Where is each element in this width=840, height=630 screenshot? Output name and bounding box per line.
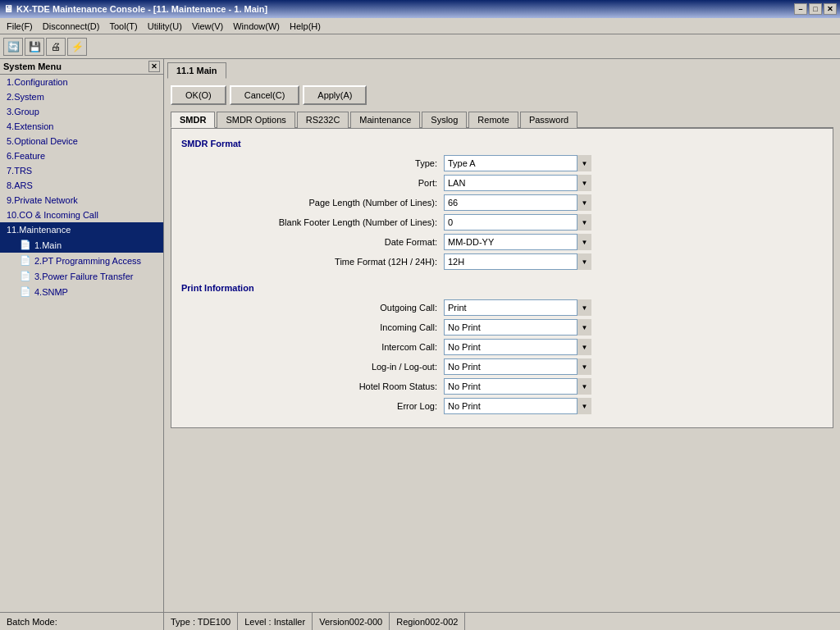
- menu-item-disconnectd[interactable]: Disconnect(D): [38, 20, 105, 33]
- date-format-row: Date Format: MM-DD-YYDD-MM-YYYY-MM-DD ▼: [181, 234, 823, 250]
- sidebar-subitem-label: 1.Main: [34, 240, 62, 250]
- sidebar-subitem-snmp[interactable]: 📄 4.SNMP: [0, 284, 163, 299]
- sidebar-item-group[interactable]: 3.Group: [0, 104, 163, 119]
- error-log-row: Error Log: No PrintPrint ▼: [181, 398, 823, 414]
- status-level: Level : Installer: [238, 613, 313, 630]
- tab-remote[interactable]: Remote: [468, 112, 518, 128]
- title-bar-left: 🖥 KX-TDE Maintenance Console - [11. Main…: [3, 3, 267, 15]
- status-region: Region002-002: [390, 613, 465, 630]
- sidebar-item-label: 8.ARS: [7, 180, 33, 190]
- status-type: Type : TDE100: [164, 613, 238, 630]
- status-bar: Batch Mode: Type : TDE100 Level : Instal…: [0, 612, 840, 630]
- blank-footer-dropdown-wrapper: 012345 ▼: [444, 214, 591, 231]
- outgoing-call-row: Outgoing Call: PrintNo Print ▼: [181, 299, 823, 316]
- sidebar-subitem-pt-programming[interactable]: 📄 2.PT Programming Access: [0, 253, 163, 268]
- time-format-row: Time Format (12H / 24H): 12H24H ▼: [181, 253, 823, 270]
- hotel-room-select[interactable]: No PrintPrint: [444, 378, 591, 395]
- minimize-button[interactable]: –: [794, 3, 807, 15]
- blank-footer-label: Blank Footer Length (Number of Lines):: [181, 217, 444, 227]
- sidebar-item-optional-device[interactable]: 5.Optional Device: [0, 134, 163, 148]
- toolbar-save-button[interactable]: 💾: [25, 38, 44, 56]
- sidebar-item-label: 3.Group: [7, 107, 39, 116]
- hotel-room-dropdown-wrapper: No PrintPrint ▼: [444, 378, 591, 395]
- maximize-button[interactable]: □: [809, 3, 822, 15]
- error-log-label: Error Log:: [181, 401, 444, 411]
- toolbar-print-button[interactable]: 🖨: [46, 38, 66, 56]
- login-logout-label: Log-in / Log-out:: [181, 362, 444, 372]
- sidebar-item-private-network[interactable]: 9.Private Network: [0, 193, 163, 208]
- menu-bar: File(F)Disconnect(D)Tool(T)Utility(U)Vie…: [0, 18, 840, 34]
- menu-item-filef[interactable]: File(F): [2, 20, 38, 33]
- login-logout-select[interactable]: No PrintPrint: [444, 358, 591, 375]
- apply-button[interactable]: Apply(A): [303, 85, 367, 105]
- sidebar-title: System Menu: [3, 62, 62, 71]
- sidebar-item-extension[interactable]: 4.Extension: [0, 119, 163, 134]
- sidebar-item-label: 5.Optional Device: [7, 136, 78, 146]
- sidebar-item-label: 11.Maintenance: [7, 225, 71, 235]
- title-bar: 🖥 KX-TDE Maintenance Console - [11. Main…: [0, 0, 840, 18]
- sidebar-item-system[interactable]: 2.System: [0, 89, 163, 104]
- sidebar-subitem-main[interactable]: 📄 1.Main: [0, 237, 163, 253]
- title-bar-controls: – □ ✕: [794, 3, 837, 15]
- sidebar-item-configuration[interactable]: 1.Configuration: [0, 75, 163, 89]
- hotel-room-label: Hotel Room Status:: [181, 381, 444, 391]
- ok-button[interactable]: OK(O): [171, 85, 226, 105]
- blank-footer-select[interactable]: 012345: [444, 214, 591, 231]
- date-format-select[interactable]: MM-DD-YYDD-MM-YYYY-MM-DD: [444, 234, 591, 250]
- tab-syslog[interactable]: Syslog: [422, 112, 467, 128]
- incoming-call-dropdown-wrapper: No PrintPrint ▼: [444, 319, 591, 336]
- app-icon: 🖥: [3, 3, 13, 15]
- port-select[interactable]: LAN RS232C: [444, 175, 591, 191]
- toolbar: 🔄 💾 🖨 ⚡: [0, 34, 840, 59]
- port-row: Port: LAN RS232C ▼: [181, 175, 823, 191]
- type-dropdown-wrapper: Type A Type B ▼: [444, 155, 591, 171]
- page-length-select[interactable]: 66605040: [444, 194, 591, 211]
- top-tab-main[interactable]: 11.1 Main: [167, 62, 226, 79]
- sidebar-item-label: 9.Private Network: [7, 195, 78, 205]
- incoming-call-select[interactable]: No PrintPrint: [444, 319, 591, 336]
- page-length-label: Page Length (Number of Lines):: [181, 198, 444, 208]
- intercom-call-dropdown-wrapper: No PrintPrint ▼: [444, 339, 591, 355]
- intercom-call-select[interactable]: No PrintPrint: [444, 339, 591, 355]
- tab-password[interactable]: Password: [520, 112, 578, 128]
- cancel-button[interactable]: Cancel(C): [230, 85, 300, 105]
- sidebar-item-feature[interactable]: 6.Feature: [0, 148, 163, 163]
- menu-item-utilityu[interactable]: Utility(U): [143, 20, 187, 33]
- sidebar-item-co-incoming[interactable]: 10.CO & Incoming Call: [0, 208, 163, 222]
- sidebar-subitem-label: 3.Power Failure Transfer: [34, 272, 133, 281]
- login-logout-row: Log-in / Log-out: No PrintPrint ▼: [181, 358, 823, 375]
- tab-strip: SMDR SMDR Options RS232C Maintenance Sys…: [171, 112, 833, 129]
- tab-smdr[interactable]: SMDR: [171, 112, 215, 128]
- sidebar-item-label: 1.Configuration: [7, 77, 68, 87]
- tab-maintenance[interactable]: Maintenance: [350, 112, 420, 128]
- sidebar-item-trs[interactable]: 7.TRS: [0, 163, 163, 178]
- close-button[interactable]: ✕: [824, 3, 837, 15]
- sidebar-item-maintenance[interactable]: 11.Maintenance: [0, 222, 163, 237]
- tab-smdr-options[interactable]: SMDR Options: [217, 112, 294, 128]
- subitem-icon: 📄: [20, 240, 31, 250]
- menu-item-viewv[interactable]: View(V): [187, 20, 228, 33]
- outgoing-call-label: Outgoing Call:: [181, 303, 444, 313]
- toolbar-power-button[interactable]: ⚡: [67, 38, 87, 56]
- type-select[interactable]: Type A Type B: [444, 155, 591, 171]
- sidebar-close-button[interactable]: ✕: [148, 61, 160, 72]
- sidebar-item-ars[interactable]: 8.ARS: [0, 178, 163, 193]
- menu-item-helph[interactable]: Help(H): [285, 20, 326, 33]
- type-row: Type: Type A Type B ▼: [181, 155, 823, 171]
- tab-rs232c[interactable]: RS232C: [297, 112, 349, 128]
- error-log-select[interactable]: No PrintPrint: [444, 398, 591, 414]
- sidebar-item-label: 10.CO & Incoming Call: [7, 210, 98, 220]
- outgoing-call-select[interactable]: PrintNo Print: [444, 299, 591, 316]
- date-format-label: Date Format:: [181, 237, 444, 247]
- time-format-select[interactable]: 12H24H: [444, 253, 591, 270]
- content-area: 11.1 Main OK(O) Cancel(C) Apply(A) SMDR …: [164, 59, 840, 612]
- page-length-row: Page Length (Number of Lines): 66605040 …: [181, 194, 823, 211]
- menu-item-windoww[interactable]: Window(W): [228, 20, 285, 33]
- top-tab-bar: 11.1 Main: [164, 59, 840, 79]
- smdr-format-title: SMDR Format: [181, 139, 823, 148]
- time-format-label: Time Format (12H / 24H):: [181, 257, 444, 267]
- top-tab-label: 11.1 Main: [176, 66, 217, 75]
- sidebar-subitem-power-failure[interactable]: 📄 3.Power Failure Transfer: [0, 268, 163, 284]
- toolbar-refresh-button[interactable]: 🔄: [3, 38, 23, 56]
- menu-item-toolt[interactable]: Tool(T): [104, 20, 142, 33]
